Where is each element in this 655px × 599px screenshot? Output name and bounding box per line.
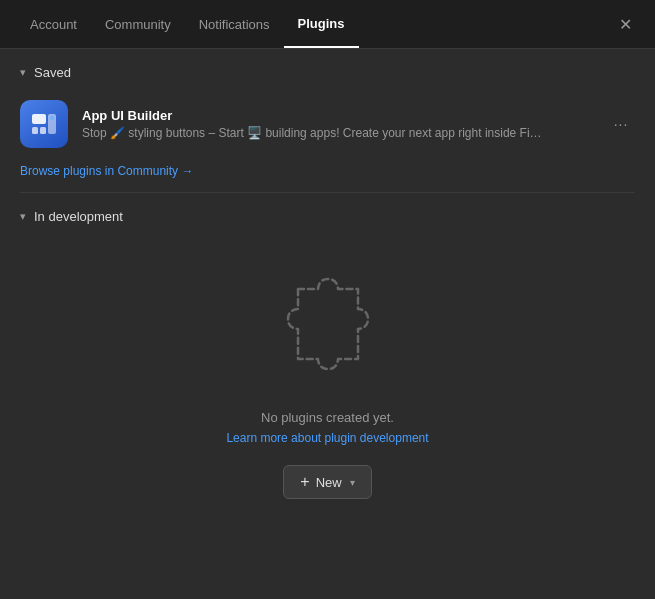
dev-section-label: In development [34,209,123,224]
plugin-card[interactable]: App UI Builder Stop 🖌️ styling buttons –… [0,90,655,158]
new-button-chevron-icon: ▾ [350,477,355,488]
nav-account[interactable]: Account [16,0,91,48]
plugin-icon-svg [28,108,60,140]
svg-point-4 [50,116,54,120]
no-plugins-text: No plugins created yet. [261,410,394,425]
svg-rect-2 [40,127,46,134]
learn-more-link[interactable]: Learn more about plugin development [226,431,428,445]
nav-community[interactable]: Community [91,0,185,48]
puzzle-svg [268,264,388,384]
browse-link-container: Browse plugins in Community → [0,158,655,192]
plugin-more-button[interactable]: ··· [607,110,635,138]
plugin-icon [20,100,68,148]
dev-section-header[interactable]: ▾ In development [0,193,655,234]
svg-rect-0 [32,114,46,124]
puzzle-illustration [258,254,398,394]
browse-community-link[interactable]: Browse plugins in Community → [20,164,193,178]
new-button-plus-icon: + [300,474,309,490]
nav-plugins[interactable]: Plugins [284,0,359,48]
new-button[interactable]: + New ▾ [283,465,371,499]
close-button[interactable]: ✕ [611,10,639,38]
svg-rect-1 [32,127,38,134]
nav-notifications[interactable]: Notifications [185,0,284,48]
plugin-info: App UI Builder Stop 🖌️ styling buttons –… [82,108,593,140]
plugin-name: App UI Builder [82,108,593,123]
saved-section-header[interactable]: ▾ Saved [0,49,655,90]
main-content: ▾ Saved App UI Builder Stop 🖌️ styling b… [0,49,655,599]
plugin-description: Stop 🖌️ styling buttons – Start 🖥️ build… [82,126,542,140]
new-button-label: New [316,475,342,490]
dev-chevron-icon: ▾ [20,210,26,223]
saved-chevron-icon: ▾ [20,66,26,79]
top-nav: Account Community Notifications Plugins … [0,0,655,49]
dev-empty-state: No plugins created yet. Learn more about… [0,234,655,529]
saved-section-label: Saved [34,65,71,80]
